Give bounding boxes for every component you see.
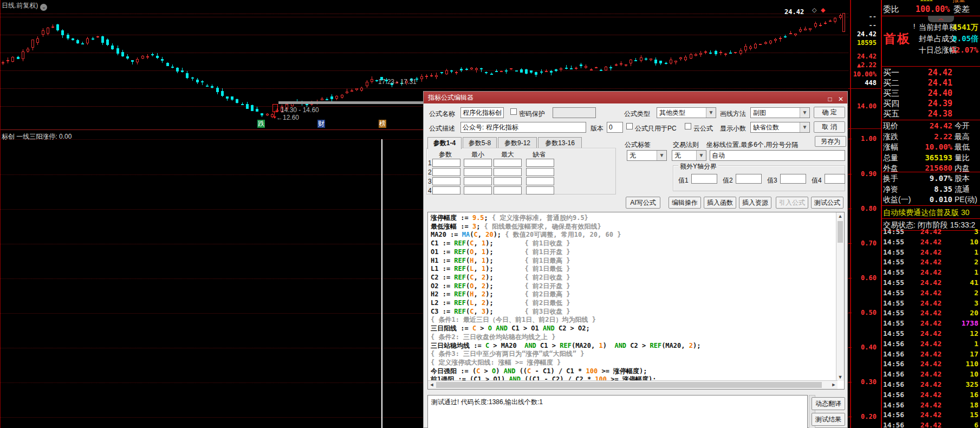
formula-type-select[interactable]: 其他类型 ▼ bbox=[657, 107, 716, 118]
dialog-titlebar[interactable]: 指标公式编辑器 □ ✕ bbox=[424, 92, 847, 103]
cloud-formula-checkbox[interactable] bbox=[685, 123, 691, 129]
trade-rule-select[interactable]: 无 ▼ bbox=[672, 150, 706, 161]
param-input[interactable] bbox=[494, 186, 522, 194]
candle-up bbox=[47, 28, 49, 34]
formula-tag-select[interactable]: 无 ▼ bbox=[627, 150, 667, 161]
vertical-scrollbar[interactable]: ▲ ▼ bbox=[836, 212, 844, 381]
event-badge[interactable]: 财 bbox=[317, 120, 325, 128]
chevron-down-icon[interactable]: ▼ bbox=[800, 122, 809, 132]
test-result-button[interactable]: 测试结果 bbox=[812, 413, 845, 426]
param-input[interactable] bbox=[494, 159, 522, 167]
dynamic-translate-button[interactable]: 动态翻译 bbox=[812, 397, 845, 410]
param-input[interactable] bbox=[464, 168, 492, 176]
decimals-select[interactable]: 缺省位数 ▼ bbox=[750, 122, 810, 133]
scroll-right-icon[interactable]: ► bbox=[830, 381, 838, 388]
insert-function-button[interactable]: 插入函数 bbox=[704, 197, 736, 209]
bid-label: 买一 bbox=[883, 68, 899, 78]
candle-up bbox=[22, 51, 24, 59]
scrollbar-thumb[interactable] bbox=[436, 382, 822, 388]
quote-value: 2.22 bbox=[934, 132, 952, 141]
password-protect-checkbox[interactable] bbox=[510, 108, 517, 115]
scroll-left-icon[interactable]: ◄ bbox=[428, 381, 436, 388]
import-formula-button[interactable]: 引入公式 bbox=[776, 197, 808, 209]
event-badge[interactable]: 榜 bbox=[379, 120, 386, 128]
version-input[interactable]: 0 bbox=[607, 122, 623, 133]
scrollbar-thumb[interactable] bbox=[838, 221, 843, 243]
chevron-down-icon[interactable]: ⌄ bbox=[40, 4, 47, 11]
scroll-up-icon[interactable]: ▲ bbox=[836, 212, 844, 220]
collapse-chevron-icon[interactable]: ︽ bbox=[928, 16, 954, 22]
quote-label-secondary: 今开 bbox=[955, 121, 970, 131]
param-input[interactable] bbox=[432, 159, 460, 167]
insert-resource-button[interactable]: 插入资源 bbox=[739, 197, 771, 209]
param-input[interactable] bbox=[494, 168, 522, 176]
quote-label: 收益(一) bbox=[883, 195, 911, 205]
tab-参数9-12[interactable]: 参数9-12 bbox=[498, 137, 537, 148]
chart-title-label: 日线.前复权) bbox=[2, 2, 38, 9]
formula-name-input[interactable]: 程序化指标创 bbox=[460, 107, 504, 118]
code-token: ; bbox=[476, 223, 484, 230]
pane-divider-handle[interactable] bbox=[278, 101, 426, 104]
tab-参数13-16[interactable]: 参数13-16 bbox=[538, 137, 582, 148]
horizontal-scrollbar[interactable]: ◄ ► bbox=[428, 380, 838, 389]
chevron-down-icon[interactable]: ▼ bbox=[706, 108, 716, 118]
event-badge[interactable]: 跌 bbox=[257, 120, 265, 128]
tab-参数1-4[interactable]: 参数1-4 bbox=[427, 137, 462, 149]
candle-down bbox=[550, 71, 553, 73]
candle-up bbox=[615, 64, 618, 66]
code-token: 涨停幅度 := bbox=[431, 214, 472, 222]
candle-up bbox=[51, 27, 54, 28]
close-icon[interactable]: ✕ bbox=[836, 93, 845, 105]
maximize-icon[interactable]: □ bbox=[826, 93, 834, 105]
chevron-down-icon[interactable]: ▼ bbox=[696, 151, 706, 160]
chevron-down-icon[interactable]: ▼ bbox=[657, 151, 666, 160]
chevron-down-icon[interactable]: ▼ bbox=[800, 108, 809, 118]
test-formula-button[interactable]: 测试公式 bbox=[811, 197, 843, 209]
pc-only-checkbox[interactable] bbox=[626, 123, 633, 129]
param-input[interactable] bbox=[432, 168, 460, 176]
renewal-notice[interactable]: 自动续费通达信普及版 30 bbox=[882, 208, 980, 218]
ok-button[interactable]: 确 定 bbox=[814, 107, 845, 118]
quote-value: 4541万 bbox=[952, 23, 978, 33]
extra-y-field-input[interactable] bbox=[736, 174, 762, 184]
candle-down bbox=[261, 113, 263, 115]
draw-method-select[interactable]: 副图 ▼ bbox=[750, 107, 810, 118]
tick-price: 24.42 bbox=[920, 340, 942, 348]
param-input[interactable] bbox=[494, 177, 522, 185]
quote-value: 10.00% bbox=[925, 142, 952, 151]
param-input[interactable] bbox=[526, 168, 554, 176]
quote-label-secondary: 股本 bbox=[955, 174, 970, 184]
code-token: , bbox=[474, 308, 482, 315]
extra-y-label: 额外Y轴分界 bbox=[678, 162, 718, 171]
formula-code-editor[interactable]: 涨停幅度 := 9.5; { 定义涨停标准, 普通股约9.5}最低涨幅 := 3… bbox=[427, 212, 845, 390]
param-input[interactable] bbox=[526, 186, 554, 194]
param-input[interactable] bbox=[464, 186, 492, 194]
edit-ops-button[interactable]: 编辑操作 bbox=[669, 197, 701, 209]
code-token: AND bbox=[504, 367, 516, 375]
test-result-output[interactable]: 测试通过! 代码长度:1386,输出线个数:1 bbox=[427, 395, 808, 428]
save-as-button[interactable]: 另存为 bbox=[815, 136, 846, 147]
param-input[interactable] bbox=[464, 177, 492, 185]
hollow-diamond-icon[interactable]: ◇ bbox=[812, 7, 816, 14]
ai-write-button[interactable]: AI写公式 bbox=[626, 197, 660, 209]
extra-y-field-input[interactable] bbox=[825, 174, 845, 184]
candle-up bbox=[764, 42, 767, 44]
param-input[interactable] bbox=[432, 177, 460, 185]
latest-price-label: 24.42 bbox=[784, 8, 804, 16]
password-input[interactable] bbox=[553, 107, 596, 118]
filled-diamond-icon[interactable]: ◆ bbox=[821, 7, 825, 14]
cancel-button[interactable]: 取 消 bbox=[814, 121, 845, 133]
param-input[interactable] bbox=[526, 159, 554, 167]
scroll-down-icon[interactable]: ▼ bbox=[836, 373, 844, 381]
formula-desc-input[interactable]: 公众号: 程序化指标 bbox=[460, 122, 586, 133]
param-input[interactable] bbox=[526, 177, 554, 185]
code-token: ); bbox=[485, 290, 524, 298]
tab-参数5-8[interactable]: 参数5-8 bbox=[463, 137, 497, 148]
coord-pos-input[interactable]: 自动 bbox=[710, 150, 845, 161]
param-input[interactable] bbox=[464, 159, 492, 167]
param-input[interactable] bbox=[432, 186, 460, 194]
candle-up bbox=[749, 47, 752, 49]
extra-y-field-input[interactable] bbox=[691, 174, 717, 184]
indicator-axis-value: 0.50 bbox=[861, 309, 877, 316]
extra-y-field-input[interactable] bbox=[780, 174, 806, 184]
